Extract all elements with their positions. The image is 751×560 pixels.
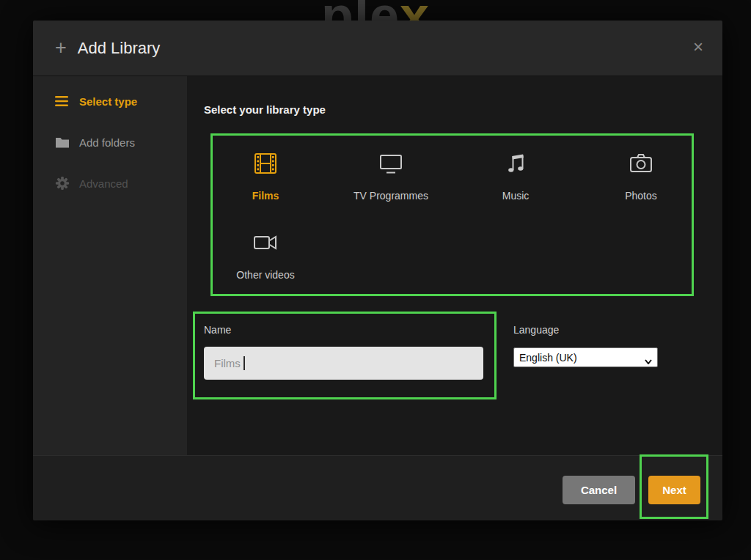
language-select[interactable]: English (UK) — [513, 347, 658, 367]
next-button[interactable]: Next — [648, 476, 700, 504]
steps-sidebar: Select type Add folders — [33, 76, 187, 456]
sidebar-item-add-folders[interactable]: Add folders — [33, 122, 187, 163]
camera-icon — [582, 147, 700, 180]
library-type-label: Films — [207, 190, 324, 202]
library-type-label: Other videos — [207, 269, 324, 281]
library-type-music[interactable]: Music — [457, 147, 574, 202]
library-type-label: Music — [457, 190, 574, 202]
modal-footer: Cancel Next — [33, 455, 722, 520]
library-type-other-videos[interactable]: Other videos — [207, 226, 324, 281]
library-type-tv-programmes[interactable]: TV Programmes — [332, 147, 450, 202]
video-camera-icon — [207, 226, 324, 259]
folder-icon — [55, 136, 70, 148]
plus-icon: + — [55, 38, 67, 58]
text-caret — [243, 356, 245, 370]
music-note-icon — [457, 147, 574, 180]
step-label: Advanced — [79, 177, 128, 190]
language-selected-value: English (UK) — [519, 352, 577, 364]
page: plex + Add Library × Select type — [0, 0, 751, 560]
sidebar-item-select-type[interactable]: Select type — [33, 81, 187, 122]
step-label: Select type — [79, 95, 137, 108]
tv-icon — [332, 147, 450, 180]
add-library-modal: + Add Library × Select type — [33, 21, 722, 520]
close-icon[interactable]: × — [693, 38, 703, 56]
modal-content: Select your library type — [187, 76, 722, 456]
library-type-label: Photos — [582, 190, 700, 202]
name-field-wrap — [204, 347, 483, 380]
step-label: Add folders — [79, 136, 135, 149]
modal-header: + Add Library × — [33, 21, 722, 76]
cancel-button[interactable]: Cancel — [563, 476, 635, 504]
modal-title: Add Library — [78, 39, 161, 58]
chevron-down-icon — [645, 355, 652, 366]
library-type-label: TV Programmes — [332, 190, 450, 202]
list-lines-icon — [55, 95, 70, 107]
name-input[interactable] — [204, 347, 483, 380]
film-icon — [207, 147, 324, 180]
language-label: Language — [513, 324, 559, 336]
gear-icon — [55, 176, 70, 191]
name-label: Name — [204, 324, 231, 336]
library-type-films[interactable]: Films — [207, 147, 324, 202]
library-type-photos[interactable]: Photos — [582, 147, 700, 202]
sidebar-item-advanced: Advanced — [33, 163, 187, 204]
library-type-heading: Select your library type — [204, 103, 326, 116]
